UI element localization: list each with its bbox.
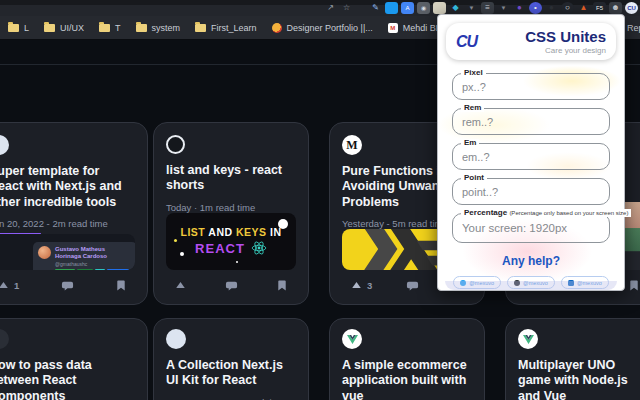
em-label: Em bbox=[461, 139, 479, 147]
avatar bbox=[38, 246, 51, 259]
gem-icon[interactable]: ◆ bbox=[449, 2, 462, 14]
bookmark-button[interactable] bbox=[628, 279, 640, 292]
embed-handle: @gmathaushc bbox=[55, 261, 132, 267]
rem-label: Rem bbox=[461, 104, 484, 112]
bookmark-label: First_Learn bbox=[211, 23, 257, 33]
social-links: @mexuvo @mexuvo @mexuvo bbox=[438, 276, 624, 289]
article-card[interactable]: A Collection Next.js UI Kit for React Ja… bbox=[153, 318, 309, 400]
bookmark-label: system bbox=[152, 23, 181, 33]
bookmark-folder-uiux[interactable]: UI/UX bbox=[44, 23, 84, 33]
article-title: Super template for React with Next.js an… bbox=[0, 164, 135, 210]
css-unites-logo: CU bbox=[456, 33, 477, 51]
grid-icon[interactable]: ≡ bbox=[481, 2, 494, 14]
comment-button[interactable] bbox=[225, 279, 238, 292]
badge-chip bbox=[107, 269, 129, 270]
image-word: REACT bbox=[195, 241, 245, 256]
github-link[interactable]: @mexuvo bbox=[507, 276, 555, 289]
github-profile-embed: Gustavo Matheus Horinaga Cardoso @gmatha… bbox=[33, 242, 135, 270]
discord-icon[interactable]: • bbox=[529, 2, 542, 14]
source-icon bbox=[166, 329, 186, 349]
pixel-label: Pixel bbox=[461, 69, 486, 77]
translate-icon[interactable]: A bbox=[401, 2, 414, 14]
extension-popup: CU CSS Unites Care your design Pixel Rem… bbox=[437, 14, 625, 291]
upvote-button[interactable] bbox=[174, 279, 187, 292]
linkedin-link[interactable]: @mexuvo bbox=[561, 276, 609, 289]
github-handle: @mexuvo bbox=[523, 280, 548, 286]
embed-name: Gustavo Matheus Horinaga Cardoso bbox=[55, 246, 132, 260]
comment-button[interactable] bbox=[61, 279, 74, 292]
image-word: LIST bbox=[181, 226, 206, 238]
badge-chip bbox=[55, 269, 75, 270]
bookmark-label: UI/UX bbox=[60, 23, 84, 33]
folder-icon bbox=[99, 24, 110, 32]
folder-icon bbox=[8, 24, 19, 32]
bookmark-folder-first-learn[interactable]: First_Learn bbox=[195, 23, 257, 33]
bookmark-star-icon[interactable]: ☆ bbox=[340, 2, 353, 14]
point-field[interactable]: Point bbox=[452, 178, 610, 205]
pixel-field[interactable]: Pixel bbox=[452, 73, 610, 100]
article-date: Jan 20, 2022 - 2m read time bbox=[0, 218, 135, 229]
badge-chips bbox=[55, 269, 132, 270]
point-label: Point bbox=[461, 174, 487, 182]
onepassword-icon[interactable]: ○ bbox=[561, 2, 574, 14]
article-card[interactable]: Multiplayer UNO game with Node.js and Vu… bbox=[505, 318, 640, 400]
twitter-link[interactable]: @mexuvo bbox=[453, 276, 501, 289]
site-favicon bbox=[272, 23, 282, 33]
moon-shape bbox=[278, 219, 288, 229]
bookmark-folder-l[interactable]: L bbox=[8, 23, 29, 33]
point-input[interactable] bbox=[453, 179, 609, 204]
article-card[interactable]: list and keys - react shorts Today · 1m … bbox=[153, 122, 309, 305]
dot-decoration bbox=[180, 252, 184, 256]
bookmark-label: Designer Portfolio ||... bbox=[287, 23, 373, 33]
article-date: Today · 1m read time bbox=[166, 202, 296, 213]
chevron-down-icon-2[interactable]: ▼ bbox=[497, 2, 510, 14]
dot-decoration bbox=[236, 261, 238, 263]
bookmark-folder-t[interactable]: T bbox=[99, 23, 121, 33]
f5-icon[interactable]: F5 bbox=[593, 2, 606, 14]
article-card[interactable]: How to pass data between React Component… bbox=[0, 318, 148, 400]
css-unites-icon[interactable]: CU bbox=[625, 2, 638, 14]
percentage-field[interactable]: Percentage (Percentage only based on you… bbox=[452, 213, 610, 243]
share-icon[interactable]: ↗ bbox=[324, 2, 337, 14]
article-card[interactable]: Super template for React with Next.js an… bbox=[0, 122, 148, 305]
article-image: Gustavo Matheus Horinaga Cardoso @gmatha… bbox=[0, 234, 135, 270]
article-card[interactable]: A simple ecommerce application built wit… bbox=[329, 318, 485, 400]
pixel-input[interactable] bbox=[453, 74, 609, 99]
upvote-count: 3 bbox=[367, 280, 372, 291]
rem-field[interactable]: Rem bbox=[452, 108, 610, 135]
shield-icon[interactable]: ☻ bbox=[609, 2, 622, 14]
upvote-button[interactable]: 3 bbox=[350, 279, 372, 292]
notes-icon[interactable] bbox=[433, 2, 446, 14]
bookmark-button[interactable] bbox=[276, 279, 288, 292]
article-title: A Collection Next.js UI Kit for React bbox=[166, 358, 296, 389]
chevron-down-icon[interactable]: ▼ bbox=[465, 2, 478, 14]
popup-subtitle: Care your design bbox=[525, 46, 606, 55]
screen: ↗ ☆ ✎ A ◉ ◆ ▼ ≡ ▼ ● • ● ○ ▲ F5 ☻ CU L UI… bbox=[0, 0, 640, 400]
percentage-input[interactable] bbox=[453, 214, 609, 242]
bookmark-folder-system[interactable]: system bbox=[136, 23, 181, 33]
help-link[interactable]: Any help? bbox=[438, 254, 624, 268]
site-favicon: M bbox=[388, 23, 398, 33]
upvote-button[interactable]: 1 bbox=[0, 279, 19, 292]
purple-orb-icon[interactable]: ● bbox=[513, 2, 526, 14]
rem-input[interactable] bbox=[453, 109, 609, 134]
github-cat-icon[interactable]: ● bbox=[545, 2, 558, 14]
percentage-label-text: Percentage bbox=[464, 208, 507, 217]
flame-icon[interactable]: ▲ bbox=[577, 2, 590, 14]
em-input[interactable] bbox=[453, 144, 609, 169]
folder-icon bbox=[195, 24, 206, 32]
bookmark-button[interactable] bbox=[115, 279, 127, 292]
popup-header: CU CSS Unites Care your design bbox=[446, 23, 616, 60]
comment-button[interactable] bbox=[406, 279, 419, 292]
em-field[interactable]: Em bbox=[452, 143, 610, 170]
source-icon bbox=[166, 135, 185, 154]
pencil-icon[interactable]: ✎ bbox=[369, 2, 382, 14]
source-icon bbox=[0, 135, 9, 155]
article-image: LIST AND KEYS IN REACT bbox=[166, 213, 296, 271]
vue-source-icon bbox=[518, 329, 538, 349]
vscode-icon[interactable] bbox=[385, 2, 398, 14]
percentage-label: Percentage (Percentage only based on you… bbox=[461, 209, 631, 217]
badge-chip bbox=[95, 269, 105, 270]
bookmark-designer-portfolio[interactable]: Designer Portfolio ||... bbox=[272, 23, 373, 33]
camera-icon[interactable]: ◉ bbox=[417, 2, 430, 14]
